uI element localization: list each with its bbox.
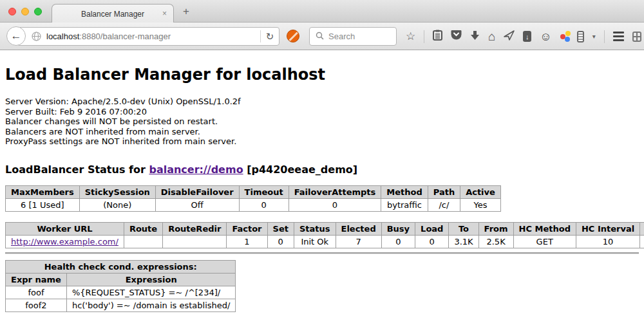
tab-close-icon[interactable]: × [162,9,167,18]
cell-expression: hc('body') =~ /domain is established/ [66,299,236,311]
table-row: foof2 hc('body') =~ /domain is establish… [6,299,236,311]
search-placeholder: Search [328,32,355,41]
cell-method: bytraffic [381,198,428,211]
col-active: Active [460,185,501,198]
window-controls [8,8,42,15]
reload-button[interactable]: ↻ [261,31,279,42]
health-check-table: Health check cond. expressions: Expr nam… [5,260,236,312]
inherit-note-line: Balancers are NOT inherited from main se… [5,127,639,137]
search-icon [316,31,324,42]
toolbar-icons: ☆ ⌂ ↓ ☺ ▾ [406,27,641,46]
send-plane-icon[interactable] [504,30,515,43]
col-hc-method: HC Method [513,222,576,235]
globe-icon [32,32,41,41]
toolbar-divider [424,30,424,43]
col-maxmembers: MaxMembers [6,185,80,198]
cell-elected: 7 [336,235,381,248]
reading-list-icon[interactable] [433,30,442,43]
col-busy: Busy [381,222,415,235]
back-button[interactable]: ← [6,26,26,46]
table-row: foof %{REQUEST_STATUS} =~ /^[234]/ [6,286,236,299]
col-failoverattempts: FailoverAttempts [289,185,381,198]
cell-hc-method: GET [513,235,576,248]
cell-expr-name: foof [6,286,67,299]
cell-failoverattempts: 0 [289,198,381,211]
extension-dropdown-caret-icon[interactable]: ▾ [592,33,596,40]
proxypass-note-line: ProxyPass settings are NOT inherited fro… [5,136,639,147]
navigation-toolbar: ← localhost:8880/balancer-manager ↻ Sear… [0,23,644,50]
col-status: Status [294,222,336,235]
page-title: Load Balancer Manager for localhost [5,50,639,84]
tab-title: Balancer Manager [81,10,144,19]
cell-load: 0 [415,235,449,248]
server-built-line: Server Built: Feb 9 2016 07:00:20 [5,107,639,117]
balancer-demo-link[interactable]: balancer://demo [149,163,243,176]
cell-active: Yes [460,198,501,211]
close-window-button[interactable] [8,8,16,15]
col-timeout: Timeout [239,185,289,198]
search-bar[interactable]: Search [309,27,397,46]
screenshot-extension-icon[interactable] [577,31,584,42]
new-tab-button[interactable]: + [183,5,189,18]
status-heading-prefix: LoadBalancer Status for [5,163,149,176]
pocket-icon[interactable] [451,30,462,43]
cell-stickysession: (None) [79,198,155,211]
url-path: :8880/balancer-manager [79,32,171,41]
balancer-settings-table: MaxMembers StickySession DisableFailover… [5,185,501,212]
status-heading-suffix: [p4420eeae_demo] [243,163,358,176]
table-row: http://www.example.com/ 1 0 Init Ok 7 0 … [6,235,644,248]
bookmark-star-icon[interactable]: ☆ [406,31,415,42]
cell-set: 0 [267,235,294,248]
emoji-extension-icon[interactable]: ☺ [540,31,551,42]
home-icon[interactable]: ⌂ [488,30,495,42]
cell-route [124,235,162,248]
cell-worker-url: http://www.example.com/ [6,235,124,248]
health-table-title: Health check cond. expressions: [6,260,236,273]
table-header-row: Expr name Expression [6,273,236,286]
cell-status: Init Ok [294,235,336,248]
col-worker-url: Worker URL [6,222,124,235]
divider [5,252,639,254]
cell-disablefailover: Off [155,198,239,211]
table-title-row: Health check cond. expressions: [6,260,236,273]
persist-note-line: Balancer changes will NOT be persisted o… [5,116,639,127]
col-hc-interval: HC Interval [576,222,639,235]
cell-hc-interval: 10 [576,235,639,248]
zoom-window-button[interactable] [34,8,42,15]
worker-status-table: Worker URL Route RouteRedir Factor Set S… [5,222,644,248]
col-load: Load [415,222,449,235]
browser-tab[interactable]: Balancer Manager × [52,4,174,23]
col-expr-name: Expr name [6,273,67,286]
table-row: 6 [1 Used] (None) Off 0 0 bytraffic /c/ … [6,198,501,211]
col-stickysession: StickySession [79,185,155,198]
col-expression: Expression [66,273,236,286]
url-domain: localhost [46,32,79,41]
cell-routeredir [163,235,227,248]
download-helper-arrow: ↓ [526,33,529,41]
window-titlebar: Balancer Manager × + [0,0,644,23]
col-elected: Elected [336,222,381,235]
minimize-window-button[interactable] [21,8,29,15]
col-route: Route [124,222,162,235]
col-to: To [449,222,478,235]
col-method: Method [381,185,428,198]
download-helper-extension-icon[interactable]: ↓ [523,31,531,42]
url-bar[interactable]: localhost:8880/balancer-manager ↻ [17,27,279,46]
cell-from: 2.5K [478,235,513,248]
col-passes: Passes [640,222,644,235]
menu-icon[interactable] [613,32,624,41]
color-dots-extension-icon[interactable] [560,31,569,42]
col-routeredir: RouteRedir [163,222,227,235]
cell-maxmembers: 6 [1 Used] [6,198,80,211]
toolbar-divider [604,30,605,43]
downloads-icon[interactable] [470,30,480,43]
tab-groups-icon[interactable] [632,32,641,42]
adblocker-extension-icon[interactable] [287,30,299,42]
cell-timeout: 0 [239,198,289,211]
table-header-row: Worker URL Route RouteRedir Factor Set S… [6,222,644,235]
loadbalancer-status-heading: LoadBalancer Status for balancer://demo … [5,163,639,176]
server-info: Server Version: Apache/2.5.0-dev (Unix) … [5,97,639,147]
worker-url-link[interactable]: http://www.example.com/ [11,237,118,246]
cell-expr-name: foof2 [6,299,67,311]
col-disablefailover: DisableFailover [155,185,239,198]
